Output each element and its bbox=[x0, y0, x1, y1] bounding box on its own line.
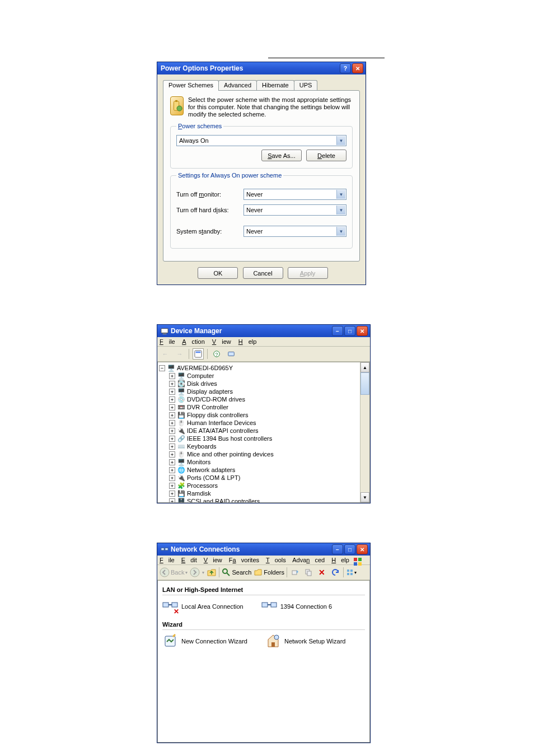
menu-view[interactable]: View bbox=[204, 557, 222, 563]
expand-icon[interactable]: + bbox=[169, 373, 175, 379]
item-1394-connection[interactable]: 1394 Connection 6 bbox=[261, 599, 332, 614]
close-button[interactable]: ✕ bbox=[357, 326, 368, 336]
expand-icon[interactable]: + bbox=[169, 428, 175, 434]
nav-back-button[interactable]: Back▾ bbox=[160, 567, 188, 577]
expand-icon[interactable]: + bbox=[169, 467, 175, 473]
tree-node[interactable]: +🖥️Monitors bbox=[169, 458, 359, 466]
apply-button[interactable]: Apply bbox=[288, 267, 328, 279]
item-network-setup-wizard[interactable]: Network Setup Wizard bbox=[265, 633, 345, 649]
divider bbox=[287, 567, 287, 577]
nav-up-button[interactable] bbox=[207, 567, 217, 577]
vertical-scrollbar[interactable]: ▲ ▼ bbox=[360, 362, 369, 502]
collapse-icon[interactable]: − bbox=[159, 365, 165, 371]
maximize-button[interactable]: □ bbox=[344, 544, 355, 554]
power-scheme-select[interactable]: Always On ▼ bbox=[176, 135, 346, 146]
nav-forward-icon[interactable]: → bbox=[174, 348, 185, 360]
titlebar[interactable]: Network Connections − □ ✕ bbox=[157, 543, 370, 556]
tree-node[interactable]: +🔌Ports (COM & LPT) bbox=[169, 474, 359, 482]
system-standby-select[interactable]: Never ▼ bbox=[243, 226, 346, 237]
tree-node[interactable]: +🖱️Human Interface Devices bbox=[169, 419, 359, 427]
menu-help[interactable]: Help bbox=[238, 338, 257, 345]
turn-off-monitor-select[interactable]: Never ▼ bbox=[243, 189, 346, 200]
tree-node[interactable]: +💽Disk drives bbox=[169, 380, 359, 388]
close-button[interactable]: ✕ bbox=[357, 544, 368, 554]
device-tree[interactable]: −🖥️AVERMEDI-6D965Y+🖥️Computer+💽Disk driv… bbox=[158, 362, 360, 502]
scroll-thumb[interactable] bbox=[360, 372, 369, 395]
expand-icon[interactable]: + bbox=[169, 436, 175, 442]
delete-icon[interactable]: ✕ bbox=[316, 567, 327, 578]
close-button[interactable]: ✕ bbox=[352, 63, 363, 73]
nav-forward-button[interactable] bbox=[190, 567, 200, 577]
scroll-track[interactable] bbox=[360, 395, 369, 492]
divider bbox=[343, 567, 344, 577]
folders-button[interactable]: Folders bbox=[254, 568, 284, 577]
expand-icon[interactable]: + bbox=[169, 475, 175, 481]
tree-node[interactable]: +🖥️Display adapters bbox=[169, 388, 359, 395]
minimize-button[interactable]: − bbox=[332, 544, 343, 554]
views-icon[interactable]: ▾ bbox=[346, 567, 357, 578]
item-new-connection-wizard[interactable]: New Connection Wizard bbox=[162, 633, 247, 649]
cancel-button[interactable]: Cancel bbox=[243, 267, 283, 279]
menu-edit[interactable]: Edit bbox=[181, 557, 197, 563]
tab-advanced[interactable]: Advanced bbox=[218, 80, 257, 90]
expand-icon[interactable]: + bbox=[169, 498, 175, 503]
scan-icon[interactable] bbox=[226, 348, 237, 360]
expand-icon[interactable]: + bbox=[169, 396, 175, 403]
tree-node[interactable]: +🗄️SCSI and RAID controllers bbox=[169, 497, 359, 502]
help-button[interactable]: ? bbox=[340, 63, 351, 73]
tree-node[interactable]: +💾Floppy disk controllers bbox=[169, 411, 359, 419]
tree-node[interactable]: +🔗IEEE 1394 Bus host controllers bbox=[169, 435, 359, 442]
scroll-down-icon[interactable]: ▼ bbox=[360, 492, 369, 502]
menu-file[interactable]: File bbox=[160, 557, 175, 563]
folder-view[interactable]: LAN or High-Speed Internet ✕ Local Area … bbox=[157, 580, 370, 743]
save-as-button[interactable]: Save As... bbox=[261, 150, 302, 161]
tree-node[interactable]: +💾Ramdisk bbox=[169, 489, 359, 497]
scroll-up-icon[interactable]: ▲ bbox=[360, 362, 369, 372]
expand-icon[interactable]: + bbox=[169, 412, 175, 418]
expand-icon[interactable]: + bbox=[169, 451, 175, 458]
minimize-button[interactable]: − bbox=[332, 326, 343, 336]
menu-advanced[interactable]: Advanced bbox=[292, 557, 325, 563]
tree-node[interactable]: +🖥️Computer bbox=[169, 372, 359, 380]
titlebar[interactable]: Device Manager − □ ✕ bbox=[157, 325, 370, 337]
nav-back-icon[interactable]: ← bbox=[160, 348, 171, 360]
tree-node[interactable]: +⌨️Keyboards bbox=[169, 442, 359, 450]
expand-icon[interactable]: + bbox=[169, 483, 175, 489]
menu-favorites[interactable]: Favorites bbox=[229, 557, 259, 563]
tree-node[interactable]: +📼DVR Controller bbox=[169, 403, 359, 411]
menu-tools[interactable]: Tools bbox=[266, 557, 286, 563]
titlebar[interactable]: Power Options Properties ? ✕ bbox=[157, 62, 366, 74]
tree-node[interactable]: +💿DVD/CD-ROM drives bbox=[169, 395, 359, 403]
tree-node[interactable]: +🌐Network adapters bbox=[169, 466, 359, 474]
search-button[interactable]: Search bbox=[222, 568, 251, 577]
expand-icon[interactable]: + bbox=[169, 381, 175, 387]
undo-icon[interactable] bbox=[330, 567, 341, 578]
menu-file[interactable]: File bbox=[160, 338, 175, 345]
tab-hibernate[interactable]: Hibernate bbox=[256, 80, 294, 90]
tree-node[interactable]: +🖱️Mice and other pointing devices bbox=[169, 450, 359, 458]
expand-icon[interactable]: + bbox=[169, 420, 175, 426]
menu-view[interactable]: View bbox=[212, 338, 231, 345]
expand-icon[interactable]: + bbox=[169, 491, 175, 497]
item-local-area-connection[interactable]: ✕ Local Area Connection bbox=[162, 599, 243, 614]
svg-rect-24 bbox=[347, 573, 349, 575]
menu-help[interactable]: Help bbox=[331, 557, 349, 563]
svg-rect-14 bbox=[354, 562, 357, 566]
menu-action[interactable]: Action bbox=[182, 338, 205, 345]
tab-ups[interactable]: UPS bbox=[294, 80, 318, 90]
help-icon[interactable]: ? bbox=[211, 348, 222, 360]
tree-node[interactable]: +🔌IDE ATA/ATAPI controllers bbox=[169, 427, 359, 435]
expand-icon[interactable]: + bbox=[169, 404, 175, 410]
tab-power-schemes[interactable]: Power Schemes bbox=[163, 80, 219, 91]
ok-button[interactable]: OK bbox=[198, 267, 238, 279]
maximize-button[interactable]: □ bbox=[344, 326, 355, 336]
expand-icon[interactable]: + bbox=[169, 444, 175, 450]
move-icon[interactable] bbox=[289, 567, 301, 578]
properties-icon[interactable] bbox=[193, 348, 204, 360]
copy-icon[interactable] bbox=[303, 567, 314, 578]
delete-button[interactable]: Delete bbox=[306, 150, 346, 161]
turn-off-disks-select[interactable]: Never ▼ bbox=[243, 204, 346, 216]
expand-icon[interactable]: + bbox=[169, 459, 175, 465]
tree-node[interactable]: +🧩Processors bbox=[169, 482, 359, 489]
expand-icon[interactable]: + bbox=[169, 389, 175, 395]
